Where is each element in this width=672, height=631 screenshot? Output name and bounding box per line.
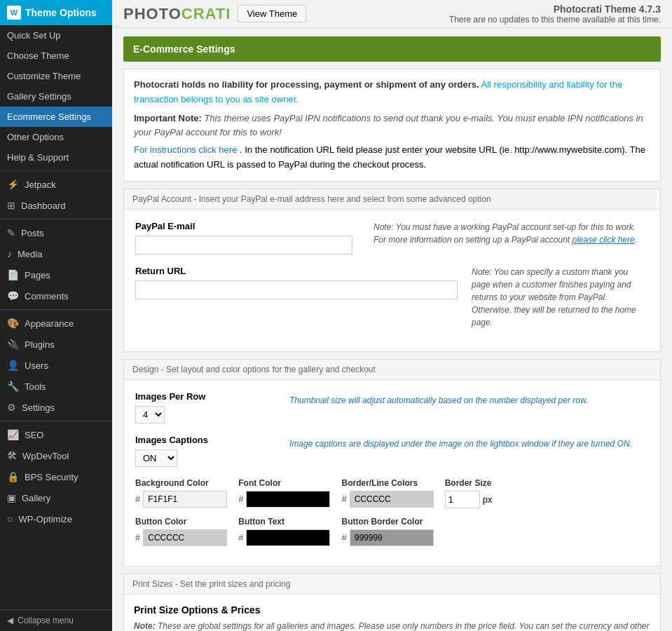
- design-section-body: Images Per Row 1 2 3 4 5 6 Thumbnail siz…: [123, 379, 661, 566]
- sidebar-item-wpdevtool[interactable]: 🛠 WpDevTool: [0, 445, 112, 466]
- comments-label: Comments: [25, 291, 69, 301]
- dashboard-label: Dashboard: [21, 201, 66, 211]
- wp-optimize-label: WP-Optimize: [18, 514, 72, 524]
- design-section-header: Design - Set layout and color options fo…: [123, 359, 661, 379]
- sidebar-item-settings[interactable]: ⚙ Settings: [0, 397, 112, 418]
- sidebar-item-media[interactable]: ♪ Media: [0, 243, 112, 264]
- return-url-note: Note: You can specify a custom thank you…: [472, 266, 649, 329]
- dashboard-icon: ⊞: [7, 200, 15, 211]
- view-theme-button[interactable]: View Theme: [238, 5, 306, 22]
- font-hash: #: [238, 494, 243, 504]
- sidebar-item-other-options[interactable]: Other Options: [0, 127, 112, 147]
- jetpack-icon: ⚡: [7, 179, 19, 190]
- settings-icon: ⚙: [7, 402, 16, 413]
- photocrati-logo: PHOTOCRATI: [123, 5, 231, 23]
- border-size-input[interactable]: [445, 491, 480, 508]
- sidebar-header[interactable]: W Theme Options: [0, 0, 112, 25]
- bps-icon: 🔒: [7, 471, 19, 482]
- sidebar-item-help-support[interactable]: Help & Support: [0, 147, 112, 168]
- images-per-row-select-wrap: 1 2 3 4 5 6: [135, 406, 165, 423]
- main-content: PHOTOCRATI View Theme Photocrati Theme 4…: [112, 0, 672, 631]
- collapse-arrow-icon: ◀: [7, 616, 13, 625]
- print-note: Note: These are global settings for all …: [134, 620, 650, 631]
- sidebar-item-customize-theme[interactable]: Customize Theme: [0, 66, 112, 86]
- image-captions-select[interactable]: ON OFF: [135, 449, 177, 467]
- posts-icon: ✎: [7, 227, 15, 238]
- note-label: Important Note:: [134, 113, 202, 123]
- button-text-swatch[interactable]: [246, 529, 330, 546]
- button-border-input[interactable]: [350, 529, 434, 546]
- image-captions-label: Images Captions: [135, 435, 275, 445]
- quick-setup-label: Quick Set Up: [7, 30, 61, 41]
- sidebar-item-choose-theme[interactable]: Choose Theme: [0, 46, 112, 66]
- wp-icon: W: [7, 6, 21, 20]
- posts-label: Posts: [21, 228, 44, 238]
- font-color-swatch[interactable]: [246, 491, 330, 508]
- border-color-input-wrap: #: [341, 491, 433, 508]
- sidebar-item-comments[interactable]: 💬 Comments: [0, 285, 112, 306]
- wpdevtool-icon: 🛠: [7, 450, 17, 461]
- users-label: Users: [25, 360, 48, 371]
- border-size-label: Border Size: [445, 478, 493, 488]
- print-sizes-body: Print Size Options & Prices Note: These …: [123, 594, 661, 631]
- gallery-label: Gallery: [22, 493, 50, 503]
- paypal-email-input[interactable]: [135, 236, 352, 255]
- image-captions-note: Image captions are displayed under the i…: [289, 435, 649, 449]
- pages-label: Pages: [25, 270, 50, 280]
- sidebar-item-wp-optimize[interactable]: ○ WP-Optimize: [0, 508, 112, 529]
- wp-optimize-icon: ○: [7, 513, 13, 524]
- border-size-group: Border Size px: [445, 478, 493, 508]
- theme-info: Photocrati Theme 4.7.3 There are no upda…: [449, 4, 661, 25]
- border-color-input[interactable]: [350, 491, 434, 508]
- background-color-input[interactable]: [143, 491, 227, 508]
- button-color-input[interactable]: [143, 529, 227, 546]
- btn-color-hash: #: [135, 532, 140, 543]
- sidebar-item-appearance[interactable]: 🎨 Appearance: [0, 313, 112, 334]
- button-color-input-wrap: #: [135, 529, 227, 546]
- background-color-group: Background Color #: [135, 478, 227, 508]
- theme-options-menu: Quick Set Up Choose Theme Customize Them…: [0, 25, 112, 168]
- sidebar-item-bps-security[interactable]: 🔒 BPS Security: [0, 466, 112, 487]
- sidebar-item-jetpack[interactable]: ⚡ Jetpack: [0, 174, 112, 195]
- appearance-label: Appearance: [25, 318, 74, 329]
- border-color-label: Border/Line Colors: [341, 478, 433, 488]
- images-per-row-select[interactable]: 1 2 3 4 5 6: [135, 406, 165, 423]
- sidebar-item-gallery-settings[interactable]: Gallery Settings: [0, 86, 112, 107]
- sidebar-item-users[interactable]: 👤 Users: [0, 355, 112, 376]
- help-support-label: Help & Support: [7, 152, 69, 163]
- sidebar-item-seo[interactable]: 📈 SEO: [0, 424, 112, 445]
- ipn-instructions-link[interactable]: For instructions click here: [134, 144, 237, 155]
- sidebar-item-posts[interactable]: ✎ Posts: [0, 222, 112, 243]
- font-color-label: Font Color: [238, 478, 330, 488]
- media-icon: ♪: [7, 248, 12, 259]
- sidebar-item-pages[interactable]: 📄 Pages: [0, 264, 112, 285]
- sidebar-item-gallery[interactable]: ▣ Gallery: [0, 487, 112, 508]
- btn-border-hash: #: [341, 532, 346, 543]
- colors-row-2: Button Color # Button Text # But: [135, 517, 649, 546]
- ecommerce-settings-label: Ecommerce Settings: [7, 111, 91, 122]
- info-box: Photocrati holds no liability for proces…: [123, 69, 661, 182]
- return-url-input[interactable]: [135, 280, 458, 299]
- print-note-text: These are global settings for all galler…: [134, 621, 650, 631]
- jetpack-label: Jetpack: [25, 179, 56, 190]
- images-per-row-note: Thumbnail size will adjust automatically…: [289, 391, 649, 405]
- images-per-row-label: Images Per Row: [135, 391, 275, 402]
- tools-icon: 🔧: [7, 381, 19, 392]
- sidebar-item-dashboard[interactable]: ⊞ Dashboard: [0, 195, 112, 216]
- sidebar-item-plugins[interactable]: 🔌 Plugins: [0, 334, 112, 355]
- button-border-label: Button Border Color: [341, 517, 433, 527]
- comments-icon: 💬: [7, 290, 19, 301]
- sidebar-item-ecommerce-settings[interactable]: Ecommerce Settings: [0, 107, 112, 127]
- paypal-section-body: PayPal E-mail Note: You must have a work…: [123, 209, 661, 352]
- paypal-email-row: PayPal E-mail Note: You must have a work…: [135, 221, 649, 255]
- sidebar-item-tools[interactable]: 🔧 Tools: [0, 376, 112, 397]
- note-text: This theme uses PayPal IPN notifications…: [134, 113, 643, 138]
- button-border-group: Button Border Color #: [341, 517, 433, 546]
- return-url-row: Return URL Note: You can specify a custo…: [135, 266, 649, 329]
- seo-label: SEO: [25, 430, 43, 440]
- theme-version: Photocrati Theme 4.7.3: [449, 4, 661, 15]
- choose-theme-label: Choose Theme: [7, 50, 69, 61]
- sidebar-item-quick-setup[interactable]: Quick Set Up: [0, 25, 112, 46]
- collapse-menu[interactable]: ◀ Collapse menu: [0, 609, 112, 631]
- paypal-click-link[interactable]: please click here: [572, 235, 635, 245]
